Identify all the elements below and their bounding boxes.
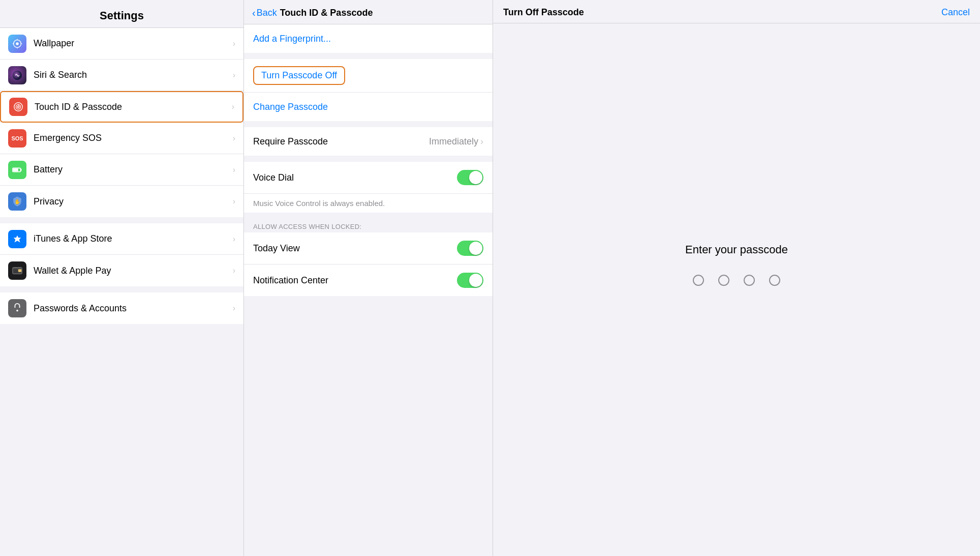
- passwords-chevron: ›: [233, 304, 235, 313]
- passcode-header: Turn Off Passcode Cancel: [493, 0, 980, 23]
- settings-group-3: Passwords & Accounts ›: [0, 292, 243, 324]
- touchid-icon: [9, 98, 27, 116]
- fingerprint-section: Add a Fingerprint...: [244, 24, 493, 53]
- voice-dial-toggle[interactable]: [457, 170, 483, 185]
- back-label: Back: [257, 8, 277, 18]
- divider-1: [0, 217, 243, 223]
- battery-chevron: ›: [233, 165, 235, 174]
- sos-icon: SOS: [8, 129, 26, 148]
- sidebar-item-passwords[interactable]: Passwords & Accounts ›: [0, 292, 243, 324]
- gap-1: [244, 53, 493, 59]
- privacy-label: Privacy: [34, 196, 233, 207]
- detail-content: Add a Fingerprint... Turn Passcode Off C…: [244, 24, 493, 556]
- voice-dial-section: Voice Dial Music Voice Control is always…: [244, 162, 493, 213]
- appstore-label: iTunes & App Store: [34, 233, 233, 244]
- wallpaper-label: Wallpaper: [34, 38, 233, 49]
- svg-text:✋: ✋: [14, 198, 21, 205]
- turn-passcode-off-item[interactable]: Turn Passcode Off: [244, 59, 493, 93]
- appstore-icon: [8, 230, 26, 248]
- sidebar-item-siri[interactable]: Siri & Search ›: [0, 60, 243, 91]
- svg-point-7: [14, 103, 23, 111]
- today-view-toggle-knob: [469, 242, 482, 255]
- settings-panel: Settings Wallpaper › Siri & Search ›: [0, 0, 244, 556]
- cancel-button[interactable]: Cancel: [941, 7, 970, 18]
- settings-group-2: iTunes & App Store › Wallet & Apple Pay …: [0, 223, 243, 286]
- passcode-body: Enter your passcode: [493, 23, 980, 556]
- change-passcode-item[interactable]: Change Passcode: [244, 93, 493, 121]
- passcode-dot-1: [693, 275, 704, 286]
- sidebar-item-privacy[interactable]: ✋ Privacy ›: [0, 186, 243, 217]
- siri-chevron: ›: [233, 71, 235, 80]
- passcode-dot-4: [769, 275, 780, 286]
- battery-icon: [8, 161, 26, 179]
- detail-panel: ‹ Back Touch ID & Passcode Add a Fingerp…: [244, 0, 493, 556]
- settings-header: Settings: [0, 0, 243, 28]
- settings-list: Wallpaper › Siri & Search › Touch ID & P…: [0, 28, 243, 556]
- svg-point-8: [16, 104, 20, 109]
- require-passcode-label: Require Passcode: [253, 136, 328, 147]
- notification-center-knob: [469, 274, 482, 287]
- turn-passcode-off-label: Turn Passcode Off: [253, 66, 345, 85]
- add-fingerprint-label: Add a Fingerprint...: [253, 34, 331, 44]
- sidebar-item-battery[interactable]: Battery ›: [0, 154, 243, 186]
- siri-label: Siri & Search: [34, 70, 233, 80]
- privacy-chevron: ›: [233, 197, 235, 206]
- settings-title: Settings: [10, 9, 233, 22]
- voice-dial-label: Voice Dial: [253, 172, 294, 183]
- require-passcode-section: Require Passcode Immediately ›: [244, 127, 493, 156]
- passcode-title: Turn Off Passcode: [503, 7, 584, 18]
- gap-3: [244, 156, 493, 162]
- require-passcode-value: Immediately ›: [429, 136, 483, 147]
- battery-label: Battery: [34, 164, 233, 175]
- gap-2: [244, 121, 493, 127]
- today-view-toggle[interactable]: [457, 241, 483, 256]
- detail-header: ‹ Back Touch ID & Passcode: [244, 0, 493, 24]
- passcode-dots: [693, 275, 780, 286]
- appstore-chevron: ›: [233, 235, 235, 244]
- sidebar-item-appstore[interactable]: iTunes & App Store ›: [0, 223, 243, 255]
- change-passcode-label: Change Passcode: [253, 102, 328, 112]
- sidebar-item-touchid[interactable]: Touch ID & Passcode ›: [0, 91, 243, 123]
- sidebar-item-sos[interactable]: SOS Emergency SOS ›: [0, 123, 243, 154]
- sidebar-item-wallet[interactable]: Wallet & Apple Pay ›: [0, 255, 243, 286]
- back-button[interactable]: ‹ Back: [252, 7, 277, 19]
- wallet-chevron: ›: [233, 266, 235, 275]
- detail-panel-title: Touch ID & Passcode: [280, 8, 484, 18]
- passwords-icon: [8, 299, 26, 317]
- allow-access-label-row: ALLOW ACCESS WHEN LOCKED:: [244, 219, 493, 232]
- touchid-label: Touch ID & Passcode: [35, 102, 232, 112]
- passcode-actions-section: Turn Passcode Off Change Passcode: [244, 59, 493, 121]
- require-passcode-item[interactable]: Require Passcode Immediately ›: [244, 127, 493, 156]
- svg-point-17: [16, 310, 18, 312]
- voice-dial-note: Music Voice Control is always enabled.: [244, 194, 493, 213]
- gap-4: [244, 213, 493, 219]
- wallet-label: Wallet & Apple Pay: [34, 266, 233, 276]
- passcode-dot-2: [718, 275, 729, 286]
- svg-point-1: [16, 42, 19, 45]
- siri-icon: [8, 66, 26, 84]
- today-view-item: Today View: [244, 232, 493, 265]
- wallpaper-icon: [8, 35, 26, 53]
- today-view-label: Today View: [253, 243, 300, 254]
- notification-center-toggle[interactable]: [457, 273, 483, 288]
- notification-center-label: Notification Center: [253, 275, 328, 286]
- notification-center-item: Notification Center: [244, 265, 493, 296]
- svg-rect-15: [13, 268, 22, 269]
- wallpaper-chevron: ›: [233, 39, 235, 48]
- passcode-dot-3: [744, 275, 755, 286]
- divider-2: [0, 286, 243, 292]
- passwords-label: Passwords & Accounts: [34, 303, 233, 314]
- add-fingerprint-item[interactable]: Add a Fingerprint...: [244, 24, 493, 53]
- passcode-prompt: Enter your passcode: [685, 243, 788, 256]
- sos-chevron: ›: [233, 134, 235, 143]
- touchid-chevron: ›: [232, 102, 234, 111]
- toggle-knob: [469, 171, 482, 184]
- settings-group-1: Wallpaper › Siri & Search › Touch ID & P…: [0, 28, 243, 217]
- back-chevron-icon: ‹: [252, 7, 256, 19]
- sidebar-item-wallpaper[interactable]: Wallpaper ›: [0, 28, 243, 60]
- svg-rect-14: [18, 269, 21, 272]
- privacy-icon: ✋: [8, 192, 26, 211]
- voice-dial-item: Voice Dial: [244, 162, 493, 194]
- passcode-panel: Turn Off Passcode Cancel Enter your pass…: [493, 0, 980, 556]
- require-passcode-chevron-icon: ›: [480, 136, 483, 147]
